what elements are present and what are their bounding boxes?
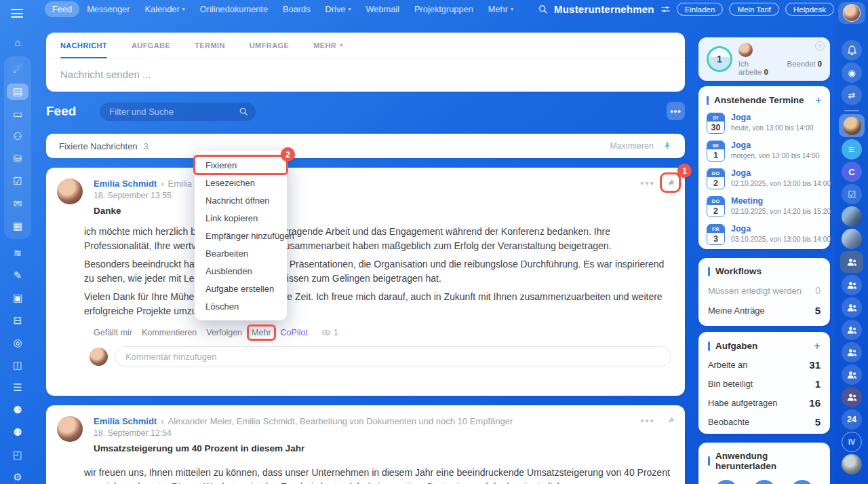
menu-item-ausblenden[interactable]: Ausblenden (195, 262, 287, 280)
appointment-item[interactable]: DO2 Joga02.10.2025, von 13:00 bis 14:00 (707, 168, 822, 189)
recipient-names[interactable]: Alexander Meier, Emilia Schmidt, Bearbei… (168, 416, 513, 426)
pinned-messages-bar[interactable]: Fixierte Nachrichten 3 Maximieren (46, 134, 685, 158)
tab-termin[interactable]: TERMIN (195, 33, 225, 58)
employees-icon[interactable]: ⚇ (8, 128, 27, 145)
helpdesk-button[interactable]: Helpdesk (785, 3, 834, 16)
windows-app-icon[interactable]: ⊞ (753, 480, 776, 484)
cat-avatar[interactable] (842, 454, 862, 474)
chat-bubble-icon[interactable]: ☰ (842, 139, 862, 160)
linux-app-icon[interactable]: ◭ (791, 480, 814, 484)
drive-icon[interactable]: ⛁ (8, 151, 27, 167)
menu-item-nachricht-oeffnen[interactable]: Nachricht öffnen (195, 191, 287, 209)
more-link[interactable]: Mehr (252, 328, 271, 337)
maximize-link[interactable]: Maximieren (610, 141, 654, 151)
add-task-button[interactable]: + (814, 340, 821, 352)
menu-item-aufgabe-erstellen[interactable]: Aufgabe erstellen (195, 280, 287, 297)
help-icon[interactable]: ? (815, 41, 825, 51)
channel-c-icon[interactable]: C (842, 162, 862, 182)
company-name[interactable]: Musterunternehmen (554, 3, 654, 15)
author-avatar[interactable] (57, 416, 83, 442)
task-row[interactable]: Habe aufgetragen16 (708, 397, 821, 409)
sync-chat-icon[interactable]: ⇄ (842, 85, 862, 105)
hamburger-menu-icon[interactable] (11, 9, 23, 18)
menu-item-link-kopieren[interactable]: Link kopieren (195, 209, 287, 227)
appointment-item[interactable]: DI30 Jogaheute, von 13:00 bis 14:00 (707, 113, 822, 134)
messenger-icon[interactable]: ▭ (8, 106, 27, 122)
add-appointment-button[interactable]: + (815, 94, 822, 106)
appointment-item[interactable]: DO2 Meeting02.10.2025, von 14:20 bis 15:… (707, 196, 822, 217)
settings-icon[interactable]: ⚙ (8, 469, 27, 484)
crm-icon[interactable]: ▣ (8, 290, 27, 306)
appointment-item[interactable]: FR3 Joga03.10.2025, von 13:00 bis 14:00 (707, 224, 822, 245)
copilot-link[interactable]: CoPilot (281, 328, 308, 337)
iv-badge[interactable]: IV (842, 432, 862, 452)
nav-boards[interactable]: Boards (275, 1, 318, 17)
feed-icon[interactable]: ▤ (7, 83, 28, 100)
ai-bot-icon[interactable]: ⚉ (8, 424, 27, 441)
feed-options-button[interactable]: ••• (667, 102, 685, 120)
analytics-icon[interactable]: ◫ (8, 357, 27, 373)
task-row[interactable]: Beobachte5 (708, 416, 821, 428)
work-status-widget[interactable]: 1 Ich arbeite0 Beendet0 ? (698, 37, 830, 81)
copilot-icon[interactable]: ☄ (8, 61, 27, 77)
group-people-icon[interactable] (842, 365, 862, 385)
group-people-icon[interactable] (842, 387, 862, 407)
filter-search-input[interactable] (109, 107, 239, 117)
tab-mehr[interactable]: MEHR▾ (313, 33, 342, 58)
vault-icon[interactable]: ◰ (8, 447, 27, 463)
tasks-icon[interactable]: ☑ (8, 173, 27, 189)
menu-item-lesezeichen[interactable]: Lesezeichen (195, 174, 287, 191)
esign-icon[interactable]: ✎ (8, 267, 27, 284)
pin-icon[interactable] (663, 141, 672, 151)
automation-icon[interactable]: ☰ (8, 379, 27, 396)
nav-drive[interactable]: Drive▾ (318, 1, 359, 17)
my-plan-button[interactable]: Mein Tarif (729, 3, 779, 16)
group-people-icon[interactable] (840, 251, 863, 273)
comment-link[interactable]: Kommentieren (142, 328, 197, 337)
sliders-icon[interactable] (660, 4, 671, 14)
comment-input[interactable] (115, 346, 671, 367)
menu-item-fixieren[interactable]: Fixieren 2 (195, 156, 287, 174)
nav-feed[interactable]: Feed (45, 1, 79, 17)
author-avatar[interactable] (57, 179, 83, 204)
group-photo-avatar[interactable] (842, 229, 862, 249)
nav-projektgruppen[interactable]: Projektgruppen (407, 1, 481, 17)
group-people-icon[interactable] (842, 297, 862, 318)
post-more-options-icon[interactable]: ••• (640, 415, 655, 426)
tab-aufgabe[interactable]: AUFGABE (132, 33, 170, 58)
post-more-options-icon[interactable]: ••• (640, 177, 655, 189)
task-row[interactable]: Bin beteiligt1 (708, 378, 821, 390)
tab-umfrage[interactable]: UMFRAGE (250, 33, 289, 58)
sites-icon[interactable]: ≋ (8, 245, 27, 261)
copilot-icon[interactable]: ◉ (842, 62, 862, 83)
pin-icon[interactable] (665, 415, 675, 426)
like-link[interactable]: Gefällt mir (94, 328, 132, 337)
group-people-icon[interactable] (842, 342, 862, 362)
active-chat-avatar[interactable] (839, 114, 865, 137)
appointment-item[interactable]: MI1 Jogamorgen, von 13:00 bis 14:00 (707, 141, 822, 162)
follow-link[interactable]: Verfolgen (206, 328, 242, 337)
bitrix24-badge[interactable]: 24 (842, 409, 862, 430)
mail-icon[interactable]: ✉ (8, 196, 27, 212)
notifications-bell-icon[interactable] (842, 40, 862, 60)
workflow-row[interactable]: Müssen erledigt werden0 (708, 285, 821, 296)
marketing-icon[interactable]: ◎ (8, 335, 27, 351)
author-name[interactable]: Emilia Schmidt (94, 179, 157, 189)
menu-item-empfaenger-hinzufuegen[interactable]: Empfänger hinzufügen (195, 227, 287, 244)
author-name[interactable]: Emilia Schmidt (94, 416, 157, 426)
search-icon[interactable] (538, 4, 548, 14)
group-people-icon[interactable] (842, 320, 862, 340)
workflow-row[interactable]: Meine Anträge5 (708, 305, 821, 316)
nav-onlinedokumente[interactable]: Onlinedokumente (193, 1, 275, 17)
nav-webmail[interactable]: Webmail (358, 1, 407, 17)
post-title[interactable]: Umsatzsteigerung um 40 Prozent in diesem… (94, 443, 671, 453)
menu-item-loeschen[interactable]: Löschen (195, 297, 287, 315)
macos-app-icon[interactable]: ⌘ (715, 480, 738, 484)
nav-mehr[interactable]: Mehr▾ (481, 1, 521, 17)
market-icon[interactable]: ⊟ (8, 312, 27, 329)
task-row[interactable]: Arbeite an31 (708, 359, 821, 371)
pin-icon[interactable]: 1 (665, 178, 675, 188)
filter-search[interactable] (100, 103, 256, 121)
calendar-icon[interactable]: ▦ (8, 218, 27, 234)
group-people-icon[interactable] (842, 275, 862, 295)
